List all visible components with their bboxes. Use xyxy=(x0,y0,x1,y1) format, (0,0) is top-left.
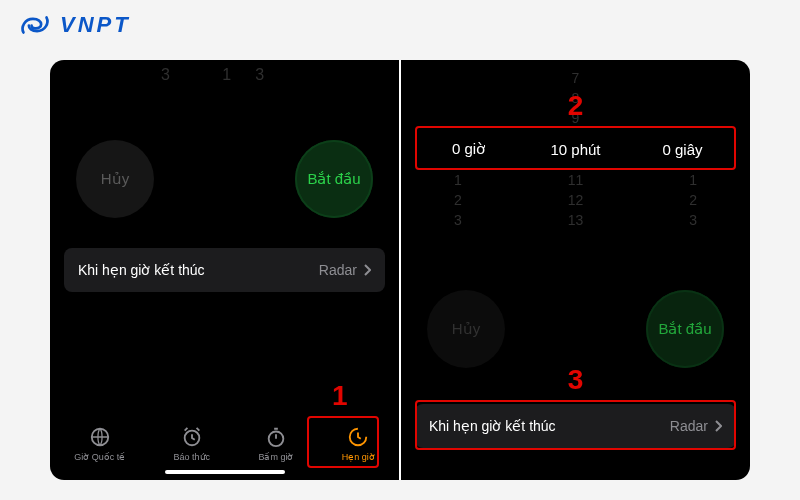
tab-alarm[interactable]: Báo thức xyxy=(174,426,211,462)
annotation-number-1: 1 xyxy=(332,380,348,412)
phone-left: 3 13 Hủy Bắt đầu Khi hẹn giờ kết thúc Ra… xyxy=(50,60,399,480)
chevron-right-icon xyxy=(714,420,722,432)
timer-icon xyxy=(347,426,369,448)
tab-stopwatch[interactable]: Bấm giờ xyxy=(258,426,293,462)
tab-timer[interactable]: Hẹn giờ xyxy=(342,426,375,462)
when-timer-ends-label: Khi hẹn giờ kết thúc xyxy=(429,418,556,434)
brand-name: VNPT xyxy=(60,12,131,38)
when-timer-ends-row[interactable]: Khi hẹn giờ kết thúc Radar xyxy=(64,248,385,292)
home-indicator[interactable] xyxy=(165,470,285,474)
stopwatch-icon xyxy=(265,426,287,448)
ghost-wheel-row: 3 13 xyxy=(50,66,399,84)
timer-picker[interactable]: 0 giờ 10 phút 0 giây xyxy=(415,132,736,166)
when-timer-ends-label: Khi hẹn giờ kết thúc xyxy=(78,262,205,278)
start-button[interactable]: Bắt đầu xyxy=(646,290,724,368)
picker-hours[interactable]: 0 giờ xyxy=(415,140,522,158)
vnpt-swirl-icon xyxy=(18,14,52,36)
phone-right: 7 8 9 0 giờ 10 phút 0 giây 123 111213 12… xyxy=(401,60,750,480)
when-timer-ends-value: Radar xyxy=(319,262,357,278)
start-button[interactable]: Bắt đầu xyxy=(295,140,373,218)
cancel-button[interactable]: Hủy xyxy=(427,290,505,368)
picker-seconds[interactable]: 0 giây xyxy=(629,141,736,158)
tab-world-clock[interactable]: Giờ Quốc tế xyxy=(74,426,125,462)
wheel-ghost-above: 7 8 9 xyxy=(401,68,750,128)
brand-logo: VNPT xyxy=(18,12,131,38)
picker-minutes[interactable]: 10 phút xyxy=(522,141,629,158)
screenshot-stage: 3 13 Hủy Bắt đầu Khi hẹn giờ kết thúc Ra… xyxy=(50,60,750,480)
alarm-icon xyxy=(181,426,203,448)
annotation-number-3: 3 xyxy=(568,364,584,396)
cancel-button[interactable]: Hủy xyxy=(76,140,154,218)
when-timer-ends-value: Radar xyxy=(670,418,708,434)
chevron-right-icon xyxy=(363,264,371,276)
when-timer-ends-row[interactable]: Khi hẹn giờ kết thúc Radar xyxy=(415,404,736,448)
globe-icon xyxy=(89,426,111,448)
wheel-ghost-below: 123 111213 123 xyxy=(401,170,750,230)
